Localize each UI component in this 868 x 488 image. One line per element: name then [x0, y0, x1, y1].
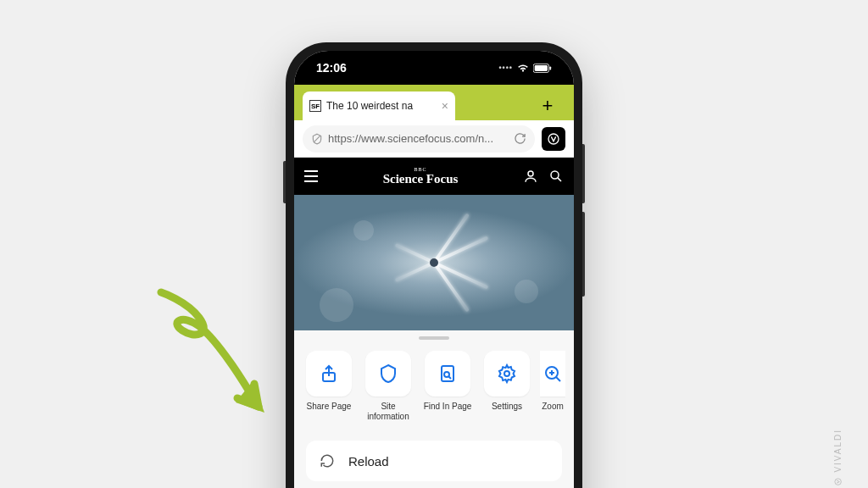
tracker-blocker-icon [311, 133, 323, 145]
share-page-button[interactable]: Share Page [303, 351, 355, 422]
menu-section: Reload [294, 434, 574, 488]
svg-rect-9 [442, 366, 453, 381]
svg-point-4 [548, 134, 559, 144]
svg-point-12 [504, 371, 509, 376]
share-icon [319, 363, 339, 384]
new-tab-button[interactable]: + [533, 92, 562, 120]
svg-point-5 [528, 171, 533, 176]
gear-icon [497, 363, 517, 384]
reload-icon [320, 453, 335, 469]
svg-rect-1 [535, 65, 548, 71]
svg-marker-17 [236, 381, 264, 413]
user-icon[interactable] [523, 169, 538, 184]
svg-point-6 [551, 171, 559, 179]
svg-point-10 [444, 372, 449, 377]
url-text: https://www.sciencefocus.com/n... [328, 132, 509, 145]
phone-button-left [283, 161, 286, 203]
quick-actions-row[interactable]: Share Page Site information Find In Page… [294, 346, 574, 434]
svg-rect-2 [549, 66, 551, 69]
status-indicators: •••• [498, 62, 552, 74]
shield-icon [378, 363, 398, 384]
tab-strip: SF The 10 weirdest na × + [294, 85, 574, 120]
svg-line-7 [558, 178, 561, 181]
article-hero-image [294, 195, 574, 330]
phone-frame: 12:06 •••• SF The 10 weirdest na × + htt… [286, 42, 582, 488]
site-header: BBC Science Focus [294, 158, 574, 195]
hamburger-icon[interactable] [304, 170, 318, 182]
phone-screen: 12:06 •••• SF The 10 weirdest na × + htt… [294, 51, 574, 488]
svg-line-16 [556, 377, 560, 381]
tab-title: The 10 weirdest na [326, 100, 437, 112]
phone-button-right-1 [582, 144, 585, 203]
vivaldi-watermark: VIVALDI [833, 429, 843, 486]
phone-button-right-2 [582, 212, 585, 297]
url-field[interactable]: https://www.sciencefocus.com/n... [303, 125, 535, 152]
site-information-button[interactable]: Site information [362, 351, 415, 422]
wifi-icon [517, 62, 529, 74]
vivaldi-menu-button[interactable] [542, 127, 565, 151]
close-tab-icon[interactable]: × [442, 100, 448, 112]
browser-tab[interactable]: SF The 10 weirdest na × [303, 92, 455, 120]
find-icon [437, 363, 458, 384]
zoom-button[interactable]: Zoom [540, 351, 565, 422]
svg-line-3 [314, 135, 320, 141]
find-in-page-button[interactable]: Find In Page [421, 351, 474, 422]
status-time: 12:06 [316, 61, 347, 75]
tab-favicon: SF [309, 100, 321, 112]
reload-label: Reload [348, 454, 389, 469]
zoom-icon [542, 363, 563, 384]
address-bar: https://www.sciencefocus.com/n... [294, 120, 574, 158]
signal-icon: •••• [498, 64, 513, 72]
site-logo[interactable]: BBC Science Focus [328, 167, 513, 186]
camera-notch [430, 53, 438, 61]
reload-menu-item[interactable]: Reload [306, 441, 562, 481]
battery-icon [533, 64, 552, 73]
sheet-drag-handle[interactable] [294, 330, 574, 346]
search-icon[interactable] [548, 169, 564, 184]
svg-point-18 [835, 479, 842, 485]
settings-button[interactable]: Settings [481, 351, 533, 422]
reload-icon[interactable] [514, 132, 526, 145]
svg-line-11 [449, 377, 452, 380]
pointer-arrow-annotation [136, 284, 288, 428]
